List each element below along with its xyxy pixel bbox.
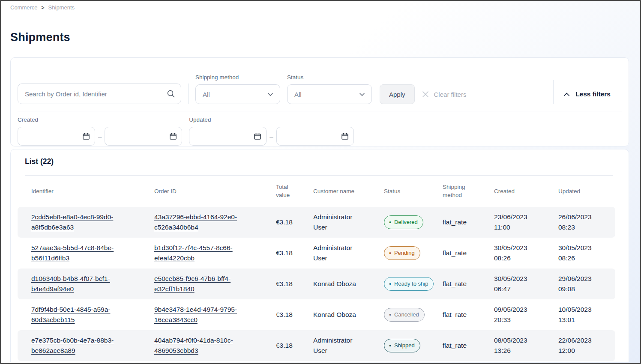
table-header: Identifier Order ID Total value Customer… [18,176,614,207]
clear-filters-button[interactable]: Clear filters [422,84,467,104]
table-row[interactable]: d106340b-b4b8-4f07-bcf1-b4e4d9af94e0 e50… [18,269,615,299]
shipping-method: flat_rate [443,310,494,320]
shipments-page: Commerce > Shipments Shipments Shipping … [0,0,641,364]
close-icon [422,90,429,98]
order-id-link[interactable]: 9b4e3478-1e4d-4974-9795-16cea3843cc0 [154,306,237,323]
total-value: €3.18 [276,279,313,289]
status-badge: Ready to ship [384,277,434,291]
column-header-created: Created [494,188,558,194]
shipping-method: flat_rate [443,279,494,289]
total-value: €3.18 [276,248,313,258]
shipping-method: flat_rate [443,217,494,227]
order-id-link[interactable]: 43a37296-ebbd-4164-92e0-c526a340b6b4 [154,213,237,231]
status-badge: Delivered [384,215,423,229]
table-body: 2cdd5eb8-e8a0-4ec8-99d0-a8f5db6e3a63 43a… [18,207,615,361]
total-value: €3.18 [276,310,313,320]
identifier-link[interactable]: d106340b-b4b8-4f07-bcf1-b4e4d9af94e0 [31,275,110,292]
created-at: 30/05/2023 08:26 [494,243,537,263]
shipments-list-panel: List (22) Identifier Order ID Total valu… [10,149,629,362]
breadcrumb: Commerce > Shipments [10,4,75,11]
calendar-icon [169,132,177,140]
calendar-icon [254,132,261,140]
column-header-status: Status [384,188,443,194]
updated-at: 10/05/2023 13:01 [558,304,601,325]
order-id-link[interactable]: e50ceb85-f9c6-47b6-bff4-e32cff1b1840 [154,275,231,292]
filter-divider [188,84,189,104]
updated-label: Updated [189,116,353,123]
apply-button[interactable]: Apply [380,84,415,104]
created-at: 30/05/2023 06:47 [494,274,537,294]
filters-panel: Shipping method All Status All [10,57,629,146]
customer-name: Konrad Oboza [313,310,367,320]
breadcrumb-shipments: Shipments [48,4,75,11]
status-value: All [294,91,302,98]
search-icon [167,90,175,98]
table-row[interactable]: 527aae3a-5b5d-47c8-84be-b56f11d6ffb3 b1d… [18,238,615,269]
customer-name: Konrad Oboza [313,279,367,289]
order-id-link[interactable]: 404ab794-f0f0-41da-810c-4869053cbbd3 [154,337,233,354]
created-at: 08/05/2023 13:26 [494,335,537,356]
column-header-identifier: Identifier [31,188,154,194]
status-badge: Cancelled [384,308,425,322]
table-row[interactable]: 2cdd5eb8-e8a0-4ec8-99d0-a8f5db6e3a63 43a… [18,207,615,238]
updated-at: 26/06/2023 08:23 [558,212,601,233]
filter-row-divider [18,111,622,111]
updated-date-filter: Updated – [189,116,353,146]
shipping-method: flat_rate [443,340,494,351]
search-wrap [18,84,181,104]
updated-at: 30/05/2023 08:26 [558,243,601,263]
customer-name: Administrator User [313,212,367,233]
less-filters-toggle[interactable]: Less filters [563,84,611,104]
updated-at: 29/06/2023 09:08 [558,274,601,294]
chevron-down-icon [267,91,274,98]
shipping-method: flat_rate [443,248,494,258]
calendar-icon [341,132,349,140]
created-label: Created [18,116,182,123]
total-value: €3.18 [276,340,313,351]
range-separator: – [98,133,102,140]
shipping-method-filter: Shipping method All [195,74,280,104]
customer-name: Administrator User [313,243,367,263]
chevron-down-icon [359,91,365,98]
identifier-link[interactable]: e7e375cb-6b0b-4e7a-88b3-be862ace8a89 [31,337,114,354]
shipping-method-value: All [203,91,210,98]
shipping-method-label: Shipping method [195,74,280,81]
clear-filters-label: Clear filters [434,91,467,98]
column-header-updated: Updated [558,188,614,194]
filter-divider [553,80,554,104]
shipping-method-select[interactable]: All [195,84,280,104]
table-row[interactable]: 7df9f4bd-50e1-4845-a59a-60d3acbeb115 9b4… [18,299,615,330]
range-separator: – [270,133,273,140]
created-at: 09/05/2023 20:33 [494,304,537,325]
column-header-shipping-method: Shipping method [443,183,494,200]
calendar-icon [82,132,90,140]
identifier-link[interactable]: 2cdd5eb8-e8a0-4ec8-99d0-a8f5db6e3a63 [31,213,113,231]
breadcrumb-separator: > [42,5,45,11]
order-id-link[interactable]: b1d30f12-7f4c-4557-8c66-efeaf4220cbb [154,244,233,262]
list-title: List (22) [25,157,629,166]
identifier-link[interactable]: 527aae3a-5b5d-47c8-84be-b56f11d6ffb3 [31,244,114,262]
identifier-link[interactable]: 7df9f4bd-50e1-4845-a59a-60d3acbeb115 [31,306,110,323]
column-header-customer-name: Customer name [313,188,384,194]
customer-name: Administrator User [313,335,367,356]
status-badge: Pending [384,246,420,260]
status-label: Status [287,74,372,81]
chevron-up-icon [563,91,570,98]
created-at: 23/06/2023 11:00 [494,212,537,233]
status-badge: Shipped [384,339,420,352]
column-header-total-value: Total value [276,183,313,200]
table-row[interactable]: e7e375cb-6b0b-4e7a-88b3-be862ace8a89 404… [18,330,615,361]
less-filters-label: Less filters [575,90,611,98]
column-header-order-id: Order ID [154,188,276,194]
page-title: Shipments [10,31,70,44]
updated-at: 22/06/2023 12:00 [558,335,601,356]
breadcrumb-commerce[interactable]: Commerce [10,4,38,11]
status-select[interactable]: All [287,84,372,104]
search-input[interactable] [18,84,181,104]
status-filter: Status All [287,74,372,104]
created-date-filter: Created – [18,116,182,146]
total-value: €3.18 [276,217,313,227]
